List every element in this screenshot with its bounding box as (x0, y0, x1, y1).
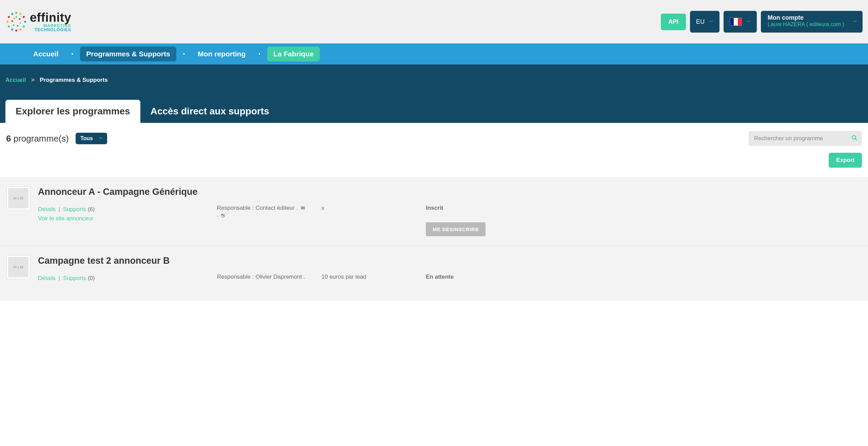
program-meta: Responsable : Contact éditeur . ✉ . ✆ (217, 205, 319, 236)
main-nav: Accueil • Programmes & Supports • Mon re… (0, 43, 868, 64)
top-right: API EU ﹀ ﹀ Mon compte Laure HAZERA ( edi… (661, 11, 863, 33)
svg-point-5 (19, 29, 21, 31)
svg-point-4 (23, 25, 25, 27)
chevron-down-icon: ﹀ (853, 19, 857, 25)
program-meta: Responsable : Olivier Dapremont . (217, 274, 319, 291)
svg-point-1 (19, 13, 21, 15)
mail-icon[interactable]: ✉ (299, 205, 305, 211)
tabs: Explorer les programmes Accès direct aux… (5, 100, 863, 123)
nav-programmes[interactable]: Programmes & Supports (80, 47, 176, 61)
supports-link[interactable]: Supports (63, 206, 86, 212)
unsubscribe-button[interactable]: ME DESINSCRIRE (426, 222, 486, 236)
region-label: EU (696, 18, 705, 25)
program-count: 6 programme(s) (6, 133, 69, 144)
program-side: Inscrit ME DESINSCRIRE (426, 205, 861, 236)
svg-point-12 (16, 16, 17, 18)
nav-fabrique[interactable]: La Fabrique (267, 47, 320, 61)
program-links: Détails | Supports (6) Voir le site anno… (38, 205, 214, 236)
region-select[interactable]: EU ﹀ (690, 11, 719, 33)
svg-point-6 (15, 30, 17, 32)
svg-line-20 (855, 138, 857, 140)
svg-point-7 (11, 29, 13, 31)
panel-top: 6 programme(s) Tous ﹀ (6, 131, 862, 146)
program-status: Inscrit (426, 205, 861, 211)
flag-fr-icon (730, 18, 742, 26)
advertiser-site-link[interactable]: Voir le site annonceur (38, 215, 94, 222)
svg-point-11 (11, 13, 13, 15)
export-button[interactable]: Export (829, 153, 862, 168)
supports-count: (6) (88, 206, 95, 212)
account-title: Mon compte (768, 14, 849, 21)
responsible-name: Contact éditeur (255, 205, 294, 211)
account-user-line: Laure HAZERA ( editeura.com ) (768, 21, 849, 27)
svg-point-13 (19, 18, 21, 20)
tab-explorer[interactable]: Explorer les programmes (5, 100, 140, 123)
logo-mark (5, 11, 27, 33)
supports-link[interactable]: Supports (63, 275, 86, 281)
language-select[interactable]: ﹀ (724, 11, 757, 33)
program-row: 50 x 50 Annonceur A - Campagne Générique… (0, 177, 868, 246)
top-header: effinity MARKETING TECHNOLOGIES API EU ﹀… (0, 0, 868, 43)
responsible-prefix: Responsable : (217, 205, 254, 211)
breadcrumb: Accueil > Programmes & Supports (5, 77, 863, 83)
svg-point-8 (8, 25, 10, 27)
program-extra: x (321, 205, 423, 236)
search-input[interactable] (749, 131, 847, 146)
logo-sub2: TECHNOLOGIES (30, 28, 71, 32)
sub-header: Accueil > Programmes & Supports Explorer… (0, 64, 868, 123)
program-extra: 10 euros par lead (321, 274, 423, 291)
program-thumbnail: 50 x 50 (7, 187, 30, 210)
program-title: Campagne test 2 annonceur B (38, 256, 861, 266)
search (749, 131, 862, 146)
svg-point-15 (17, 25, 19, 27)
filter-select[interactable]: Tous ﹀ (76, 133, 107, 144)
svg-point-2 (23, 16, 25, 18)
svg-point-10 (8, 16, 10, 18)
nav-separator: • (256, 51, 263, 57)
logo-word: effinity (30, 12, 71, 24)
breadcrumb-root[interactable]: Accueil (5, 77, 26, 83)
account-site: editeura.com (810, 21, 841, 27)
program-links: Détails | Supports (0) (38, 274, 214, 291)
details-link[interactable]: Détails (38, 206, 56, 212)
nav-accueil[interactable]: Accueil (27, 47, 65, 61)
account-user: Laure HAZERA (768, 21, 805, 27)
logo-text: effinity MARKETING TECHNOLOGIES (30, 12, 71, 32)
chevron-down-icon: ﹀ (99, 136, 102, 141)
program-title: Annonceur A - Campagne Générique (38, 187, 861, 197)
details-link[interactable]: Détails (38, 275, 56, 281)
phone-icon[interactable]: ✆ (220, 211, 227, 218)
filter-label: Tous (80, 135, 93, 142)
api-button[interactable]: API (661, 14, 686, 30)
svg-point-17 (12, 20, 13, 22)
svg-point-18 (14, 18, 15, 19)
program-row: 50 x 50 Campagne test 2 annonceur B Déta… (0, 246, 868, 301)
tab-supports[interactable]: Accès direct aux supports (140, 100, 279, 123)
nav-separator: • (69, 51, 76, 57)
svg-point-9 (6, 21, 8, 23)
responsible-prefix: Responsable : (217, 274, 254, 280)
svg-point-16 (13, 24, 15, 26)
panel: 6 programme(s) Tous ﹀ Export (0, 123, 868, 177)
program-status: En attente (426, 274, 861, 280)
program-thumbnail: 50 x 50 (7, 256, 30, 279)
logo[interactable]: effinity MARKETING TECHNOLOGIES (5, 11, 71, 33)
responsible-name: Olivier Dapremont (255, 274, 302, 280)
account-menu[interactable]: Mon compte Laure HAZERA ( editeura.com )… (761, 11, 863, 33)
search-button[interactable] (847, 131, 862, 146)
export-row: Export (6, 146, 862, 177)
svg-point-14 (20, 22, 21, 24)
count-label: programme(s) (14, 133, 69, 144)
programs-list: 50 x 50 Annonceur A - Campagne Générique… (0, 177, 868, 301)
svg-point-3 (24, 21, 26, 23)
chevron-down-icon: ﹀ (709, 19, 713, 25)
nav-reporting[interactable]: Mon reporting (192, 47, 252, 61)
svg-point-0 (15, 12, 17, 14)
breadcrumb-current: Programmes & Supports (40, 77, 107, 83)
supports-count: (0) (88, 275, 95, 281)
count-number: 6 (6, 133, 11, 144)
search-icon (851, 135, 857, 143)
chevron-down-icon: ﹀ (747, 19, 751, 25)
panel-top-left: 6 programme(s) Tous ﹀ (6, 133, 107, 144)
nav-separator: • (180, 51, 188, 57)
